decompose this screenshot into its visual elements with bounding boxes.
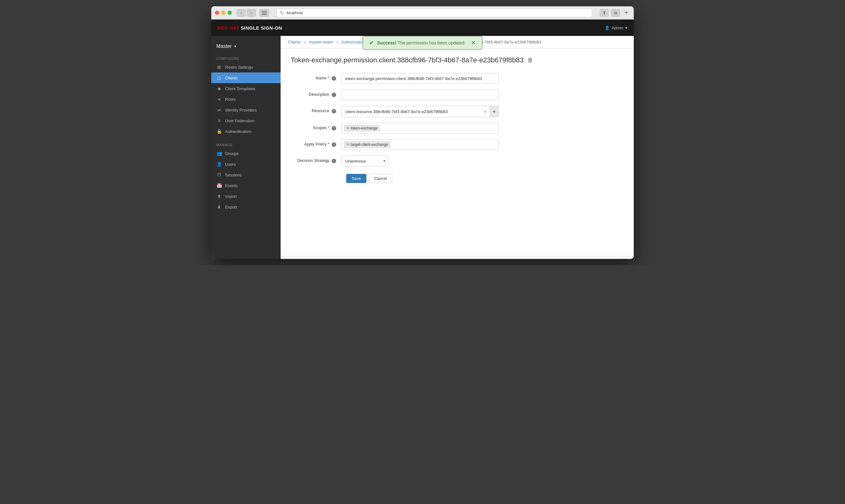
cancel-button[interactable]: Cancel [369, 174, 392, 183]
save-button[interactable]: Save [346, 174, 366, 183]
scopes-help-icon[interactable]: ? [332, 126, 336, 130]
description-field-wrap [341, 89, 499, 100]
sidebar-item-realm-settings[interactable]: ⊞ Realm Settings [211, 62, 281, 72]
groups-icon: 👥 [216, 151, 222, 156]
permission-form: Name * ? Des [291, 73, 624, 183]
realm-selector[interactable]: Master ▾ [211, 41, 281, 54]
breadcrumb-sep-2: » [336, 40, 338, 44]
close-button[interactable] [215, 11, 219, 15]
back-button[interactable]: ‹ [237, 9, 246, 17]
sidebar-item-clients[interactable]: ◻ Clients [211, 72, 281, 83]
scopes-field-wrap: ✕ token-exchange [341, 123, 499, 133]
name-field-row: Name * ? [291, 73, 624, 84]
breadcrumb-master-realm[interactable]: master-realm [309, 40, 333, 44]
sidebar-item-label: Events [225, 183, 238, 188]
copy-button[interactable]: ⧉ [611, 9, 620, 17]
resource-help-icon[interactable]: ? [332, 109, 336, 113]
resource-select-arrow[interactable]: ▾ [490, 106, 499, 117]
sidebar-item-user-federation[interactable]: ≡ User Federation [211, 115, 281, 126]
user-name: Admin [612, 25, 623, 30]
minimize-button[interactable] [221, 11, 225, 15]
resource-select-clear[interactable]: ✕ [481, 109, 490, 114]
resource-field-row: Resource ? client.resource.388cfb96-7bf3… [291, 106, 624, 117]
sidebar-item-roles[interactable]: ≡ Roles [211, 94, 281, 105]
sidebar-item-label: Roles [225, 97, 236, 102]
breadcrumb-clients[interactable]: Clients [288, 40, 301, 44]
sidebar-item-label: Import [225, 194, 237, 199]
authentication-icon: 🔒 [216, 129, 222, 134]
apply-policy-tag-input[interactable]: ✕ target-client-exchange [341, 139, 499, 150]
success-message: Success! The permission has been updated… [377, 40, 466, 46]
decision-strategy-select[interactable]: Unanimous Affirmative Consensus [341, 156, 389, 166]
share-button[interactable]: ⬆ [600, 9, 608, 17]
sidebar-item-import[interactable]: ⬆ Import [211, 191, 281, 202]
new-tab-button[interactable]: + [622, 9, 630, 17]
name-required: * [328, 76, 329, 80]
description-field-row: Description ? [291, 89, 624, 100]
resource-select[interactable]: client.resource.388cfb96-7bf3-4b67-8a7e-… [341, 106, 499, 117]
delete-button[interactable]: 🗑 [528, 57, 533, 64]
manage-section-label: Manage [211, 141, 281, 148]
resource-field-wrap: client.resource.388cfb96-7bf3-4b67-8a7e-… [341, 106, 499, 117]
sidebar-item-export[interactable]: ⬇ Export [211, 202, 281, 212]
user-menu[interactable]: 👤 Admin ▾ [605, 25, 627, 30]
sidebar-item-label: Identity Providers [225, 108, 257, 112]
resource-select-value: client.resource.388cfb96-7bf3-4b67-8a7e-… [342, 107, 481, 116]
breadcrumb-authorization[interactable]: Authorization [342, 40, 365, 44]
identity-providers-icon: ⇌ [216, 107, 222, 112]
sidebar-item-label: User Federation [225, 119, 255, 123]
apply-policy-help-icon[interactable]: ? [332, 142, 336, 147]
decision-strategy-select-wrapper: Unanimous Affirmative Consensus ▾ [341, 156, 389, 166]
scopes-tag: ✕ token-exchange [344, 125, 380, 131]
nav-buttons: ‹ › [237, 9, 256, 17]
reload-button[interactable]: ↻ [280, 10, 284, 16]
decision-strategy-help-icon[interactable]: ? [332, 159, 336, 163]
sessions-icon: ⏱ [216, 172, 222, 177]
browser-actions: ⬆ ⧉ [600, 9, 620, 17]
realm-settings-icon: ⊞ [216, 65, 222, 70]
browser-titlebar: ‹ › ↻ localhost ⬆ ⧉ + [211, 6, 634, 20]
sidebar-item-label: Groups [225, 151, 239, 156]
form-buttons: Save Cancel [291, 174, 624, 183]
sidebar-item-users[interactable]: 👤 Users [211, 159, 281, 169]
apply-policy-field-wrap: ✕ target-client-exchange [341, 139, 499, 150]
sidebar-item-identity-providers[interactable]: ⇌ Identity Providers [211, 105, 281, 115]
description-help-icon[interactable]: ? [332, 93, 336, 97]
scopes-label: Scopes * ? [291, 123, 341, 130]
roles-icon: ≡ [216, 97, 222, 102]
description-input[interactable] [341, 89, 499, 100]
apply-policy-label: Apply Policy * ? [291, 139, 341, 147]
user-menu-chevron: ▾ [625, 25, 627, 30]
sidebar-item-groups[interactable]: 👥 Groups [211, 148, 281, 159]
clients-icon: ◻ [216, 75, 222, 80]
address-bar[interactable]: ↻ localhost [277, 8, 592, 17]
scopes-tag-input[interactable]: ✕ token-exchange [341, 123, 499, 133]
sidebar-item-label: Users [225, 162, 236, 167]
success-strong: Success! [377, 40, 396, 46]
forward-button[interactable]: › [247, 9, 256, 17]
sidebar-toggle-button[interactable] [259, 9, 269, 17]
success-banner: ✔ Success! The permission has been updat… [363, 36, 482, 50]
sidebar-item-authentication[interactable]: 🔒 Authentication [211, 126, 281, 137]
svg-rect-2 [262, 14, 267, 15]
main-content: Clients » master-realm » Authorization »… [281, 36, 634, 259]
content-area: Master ▾ Configure ⊞ Realm Settings ◻ Cl… [211, 36, 634, 259]
name-input[interactable] [341, 73, 499, 84]
success-check-icon: ✔ [369, 39, 374, 46]
maximize-button[interactable] [228, 11, 232, 15]
scopes-tag-remove[interactable]: ✕ [346, 126, 349, 130]
decision-strategy-label: Decision Strategy ? [291, 156, 341, 163]
sidebar-item-client-templates[interactable]: ◈ Client Templates [211, 83, 281, 94]
apply-policy-field-row: Apply Policy * ? ✕ target-client-exchang… [291, 139, 624, 150]
sidebar-item-events[interactable]: 📅 Events [211, 180, 281, 191]
name-help-icon[interactable]: ? [332, 76, 336, 80]
sidebar-item-sessions[interactable]: ⏱ Sessions [211, 169, 281, 180]
sidebar-item-label: Realm Settings [225, 65, 253, 70]
page-title: Token-exchange.permission.client.388cfb9… [291, 56, 524, 64]
success-close-button[interactable]: ✕ [471, 39, 476, 46]
sidebar-item-label: Clients [225, 76, 238, 80]
sidebar: Master ▾ Configure ⊞ Realm Settings ◻ Cl… [211, 36, 281, 259]
apply-policy-tag-remove[interactable]: ✕ [346, 142, 349, 147]
sidebar-item-label: Authentication [225, 129, 251, 134]
apply-policy-tag-label: target-client-exchange [351, 142, 388, 147]
